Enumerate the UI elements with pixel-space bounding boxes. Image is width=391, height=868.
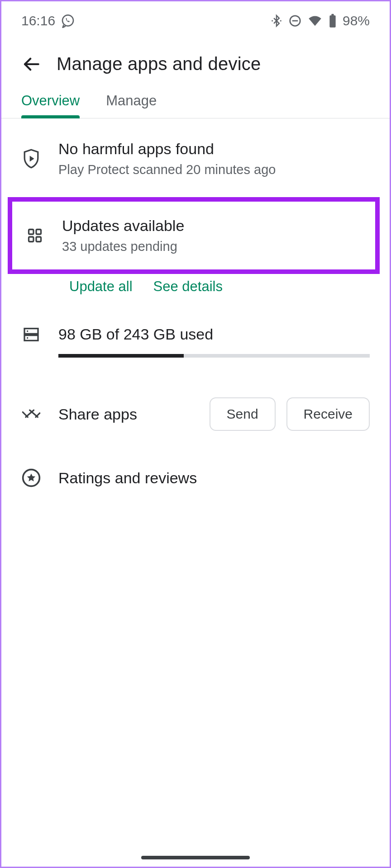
status-bar: 16:16 (1, 1, 390, 34)
back-button[interactable] (21, 54, 41, 74)
storage-icon (21, 326, 41, 344)
svg-rect-8 (29, 230, 34, 235)
apps-grid-icon (25, 227, 45, 244)
updates-subtitle: 33 updates pending (62, 239, 362, 254)
bluetooth-icon (270, 14, 283, 28)
protect-subtitle: Play Protect scanned 20 minutes ago (58, 162, 370, 177)
tab-overview[interactable]: Overview (21, 93, 80, 118)
svg-point-0 (62, 15, 73, 26)
receive-button[interactable]: Receive (286, 397, 370, 431)
storage-bar-fill (58, 354, 184, 358)
see-details-button[interactable]: See details (153, 278, 223, 295)
svg-point-14 (27, 330, 28, 332)
svg-rect-6 (331, 14, 334, 16)
storage-text: 98 GB of 243 GB used (58, 326, 370, 343)
svg-rect-10 (29, 237, 34, 242)
header: Manage apps and device (1, 34, 390, 90)
ratings-label: Ratings and reviews (58, 469, 197, 487)
ratings-row[interactable]: Ratings and reviews (1, 435, 390, 492)
share-apps-label: Share apps (58, 406, 192, 423)
send-button[interactable]: Send (210, 397, 276, 431)
svg-rect-12 (24, 329, 38, 334)
updates-row[interactable]: Updates available 33 updates pending (8, 197, 380, 274)
do-not-disturb-icon (288, 14, 302, 28)
storage-bar (58, 354, 370, 358)
play-protect-row[interactable]: No harmful apps found Play Protect scann… (1, 118, 390, 195)
whatsapp-icon (61, 14, 75, 28)
updates-title: Updates available (62, 217, 362, 235)
svg-point-2 (280, 20, 281, 21)
tab-manage[interactable]: Manage (106, 93, 157, 118)
share-nearby-icon (21, 407, 41, 421)
status-time: 16:16 (21, 13, 55, 28)
shield-play-icon (21, 148, 41, 169)
battery-icon (328, 14, 337, 28)
wifi-icon (307, 14, 323, 28)
update-actions: Update all See details (1, 277, 390, 302)
svg-rect-5 (329, 15, 335, 28)
svg-rect-9 (36, 230, 41, 235)
protect-title: No harmful apps found (58, 140, 370, 158)
svg-point-15 (27, 337, 28, 339)
storage-row[interactable]: 98 GB of 243 GB used (1, 302, 390, 362)
gesture-nav-bar[interactable] (141, 856, 250, 859)
page-title: Manage apps and device (57, 54, 261, 74)
svg-rect-11 (36, 237, 41, 242)
battery-percentage: 98% (343, 13, 370, 28)
update-all-button[interactable]: Update all (69, 278, 133, 295)
star-circle-icon (21, 468, 41, 488)
tabs: Overview Manage (1, 90, 390, 118)
svg-point-1 (272, 20, 273, 21)
svg-rect-13 (24, 335, 38, 341)
share-apps-row: Share apps Send Receive (1, 362, 390, 435)
